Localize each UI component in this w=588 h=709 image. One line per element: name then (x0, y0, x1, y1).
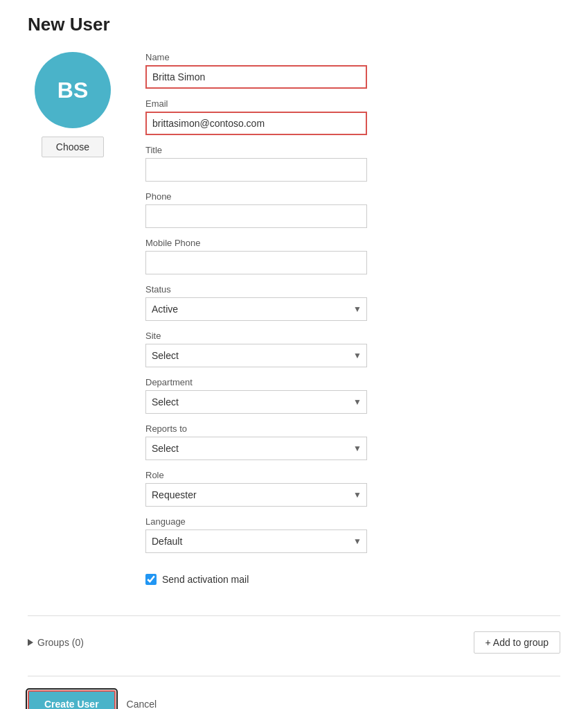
form-section: Name Email Title Phone Mobile Phone Stat (145, 52, 560, 602)
site-group: Site Select ▼ (145, 331, 560, 367)
status-group: Status Active Inactive ▼ (145, 284, 560, 321)
avatar-section: BS Choose (28, 52, 118, 157)
site-select[interactable]: Select (145, 344, 367, 367)
email-input[interactable] (145, 112, 367, 135)
add-to-group-button[interactable]: + Add to group (474, 631, 560, 654)
status-label: Status (145, 284, 560, 295)
department-select-wrapper: Select ▼ (145, 390, 367, 414)
send-activation-checkbox[interactable] (145, 574, 157, 585)
create-user-button[interactable]: Create User (28, 690, 116, 709)
name-input[interactable] (145, 65, 367, 89)
phone-label: Phone (145, 191, 560, 202)
role-group: Role Requester Admin Technician ▼ (145, 470, 560, 507)
email-label: Email (145, 98, 560, 109)
page-title: New User (28, 14, 560, 35)
site-select-wrapper: Select ▼ (145, 344, 367, 367)
page-container: New User BS Choose Name Email Title Phon… (0, 0, 588, 709)
department-group: Department Select ▼ (145, 377, 560, 414)
title-label: Title (145, 145, 560, 155)
avatar-initials: BS (57, 78, 88, 103)
footer-divider (28, 676, 560, 676)
language-group: Language Default English ▼ (145, 516, 560, 553)
footer-actions: Create User Cancel (28, 690, 560, 709)
site-label: Site (145, 331, 560, 341)
reports-to-select[interactable]: Select (145, 437, 367, 460)
groups-expand-icon[interactable] (28, 639, 33, 646)
status-select[interactable]: Active Inactive (145, 297, 367, 321)
language-select[interactable]: Default English (145, 529, 367, 553)
groups-divider-top (28, 615, 560, 616)
reports-to-select-wrapper: Select ▼ (145, 437, 367, 460)
language-label: Language (145, 516, 560, 527)
choose-button[interactable]: Choose (42, 137, 104, 157)
role-select[interactable]: Requester Admin Technician (145, 483, 367, 507)
role-select-wrapper: Requester Admin Technician ▼ (145, 483, 367, 507)
send-activation-row: Send activation mail (145, 574, 560, 585)
status-select-wrapper: Active Inactive ▼ (145, 297, 367, 321)
send-activation-label: Send activation mail (162, 574, 249, 585)
top-section: BS Choose Name Email Title Phone (28, 52, 560, 602)
name-label: Name (145, 52, 560, 62)
name-group: Name (145, 52, 560, 89)
groups-row: Groups (0) + Add to group (28, 623, 560, 662)
department-select[interactable]: Select (145, 390, 367, 414)
avatar: BS (35, 52, 111, 128)
groups-label-text: Groups (0) (37, 637, 84, 648)
phone-group: Phone (145, 191, 560, 228)
cancel-button[interactable]: Cancel (127, 699, 157, 709)
mobile-phone-group: Mobile Phone (145, 238, 560, 274)
mobile-phone-label: Mobile Phone (145, 238, 560, 248)
reports-to-group: Reports to Select ▼ (145, 423, 560, 460)
phone-input[interactable] (145, 204, 367, 228)
title-input[interactable] (145, 158, 367, 182)
role-label: Role (145, 470, 560, 480)
title-group: Title (145, 145, 560, 182)
reports-to-label: Reports to (145, 423, 560, 434)
department-label: Department (145, 377, 560, 387)
groups-label-container: Groups (0) (28, 637, 84, 648)
email-group: Email (145, 98, 560, 135)
language-select-wrapper: Default English ▼ (145, 529, 367, 553)
mobile-phone-input[interactable] (145, 251, 367, 274)
